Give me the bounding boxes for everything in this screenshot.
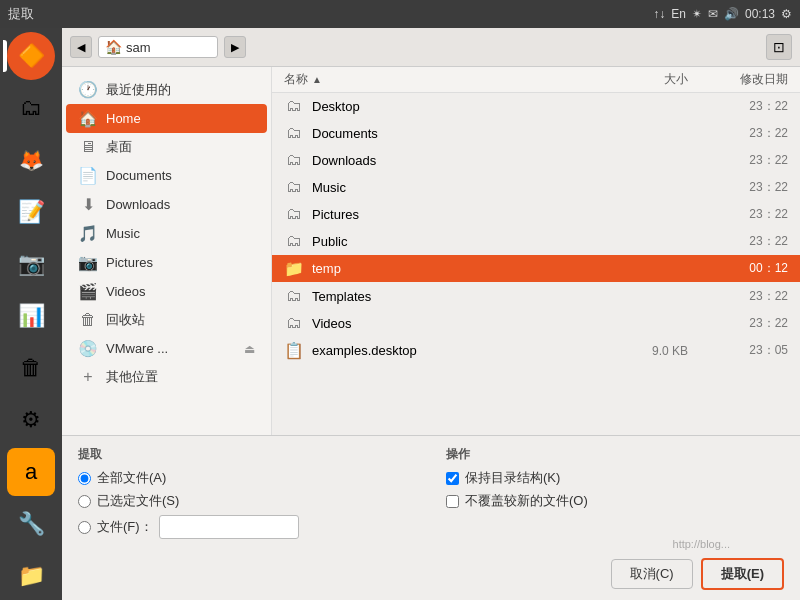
file-area: 名称 ▲ 大小 修改日期 🗂 Desktop [272,67,800,435]
column-name-header[interactable]: 名称 ▲ [284,71,608,88]
file-date: 23：22 [688,152,788,169]
window-title: 提取 [8,5,34,23]
ubuntu-button[interactable]: 🔶 [7,32,55,80]
sidebar-item-trash[interactable]: 🗑 回收站 [66,306,267,334]
radio-files: 文件(F)： [78,515,416,539]
sidebar-item-vmware[interactable]: 💿 VMware ... ⏏ [66,334,267,363]
folder-icon: 🗂 [284,205,304,223]
file-name: temp [312,261,608,276]
no-overwrite-label: 不覆盖较新的文件(O) [465,492,588,510]
sidebar-item-documents[interactable]: 📄 Documents [66,161,267,190]
system-settings-button[interactable]: ⚙ [7,396,55,444]
open-in-new-button[interactable]: ⊡ [766,34,792,60]
sidebar-label-pictures: Pictures [106,255,153,270]
archive-manager-button[interactable]: 📁 [7,552,55,600]
sidebar-item-music[interactable]: 🎵 Music [66,219,267,248]
tools-button[interactable]: 🔧 [7,500,55,548]
recent-icon: 🕐 [78,80,98,99]
operation-section: 操作 保持目录结构(K) 不覆盖较新的文件(O) [446,446,784,544]
folder-icon: 🗂 [284,314,304,332]
folder-icon: 🗂 [284,151,304,169]
file-row[interactable]: 🗂 Documents 23：22 [272,120,800,147]
radio-all-input[interactable] [78,472,91,485]
keyboard-indicator: ↑↓ [653,7,665,21]
amazon-button[interactable]: a [7,448,55,496]
file-row[interactable]: 🗂 Public 23：22 [272,228,800,255]
sidebar-label-home: Home [106,111,141,126]
file-date: 23：22 [688,125,788,142]
keep-structure-label: 保持目录结构(K) [465,469,560,487]
extract-section: 提取 全部文件(A) 已选定文件(S) 文件(F)： [78,446,416,544]
file-name: Desktop [312,99,608,114]
sidebar-label-downloads: Downloads [106,197,170,212]
settings-icon[interactable]: ⚙ [781,7,792,21]
videos-icon: 🎬 [78,282,98,301]
files-text-input[interactable] [159,515,299,539]
sidebar-item-pictures[interactable]: 📷 Pictures [66,248,267,277]
file-date: 23：22 [688,315,788,332]
volume-icon: 🔊 [724,7,739,21]
sidebar-item-home[interactable]: 🏠 Home [66,104,267,133]
trash-button[interactable]: 🗑 [7,344,55,392]
column-date-label: 修改日期 [740,72,788,86]
documents-icon: 📄 [78,166,98,185]
sidebar: 🕐 最近使用的 🏠 Home 🖥 桌面 📄 Documents ⬇ [62,67,272,435]
sidebar-item-videos[interactable]: 🎬 Videos [66,277,267,306]
radio-selected-input[interactable] [78,495,91,508]
home-icon: 🏠 [105,39,122,55]
sidebar-item-downloads[interactable]: ⬇ Downloads [66,190,267,219]
pictures-icon: 📷 [78,253,98,272]
bottom-panel: 提取 全部文件(A) 已选定文件(S) 文件(F)： [62,435,800,600]
forward-button[interactable]: ▶ [224,36,246,58]
file-list-header: 名称 ▲ 大小 修改日期 [272,67,800,93]
sidebar-label-trash: 回收站 [106,311,145,329]
radio-files-label: 文件(F)： [97,518,153,536]
no-overwrite-checkbox[interactable] [446,495,459,508]
sidebar-item-other[interactable]: + 其他位置 [66,363,267,391]
file-date: 23：22 [688,179,788,196]
bottom-sections: 提取 全部文件(A) 已选定文件(S) 文件(F)： [78,446,784,544]
sidebar-label-recent: 最近使用的 [106,81,171,99]
cancel-button[interactable]: 取消(C) [611,559,693,589]
sidebar-item-desktop[interactable]: 🖥 桌面 [66,133,267,161]
file-row[interactable]: 📋 examples.desktop 9.0 KB 23：05 [272,337,800,365]
dialog-body: 🕐 最近使用的 🏠 Home 🖥 桌面 📄 Documents ⬇ [62,67,800,435]
breadcrumb-text: sam [126,40,151,55]
system-tray: ↑↓ En ✴ ✉ 🔊 00:13 ⚙ [653,7,792,21]
time-display: 00:13 [745,7,775,21]
file-row[interactable]: 🗂 Templates 23：22 [272,283,800,310]
column-date-header: 修改日期 [688,71,788,88]
firefox-button[interactable]: 🦊 [7,136,55,184]
sidebar-label-desktop: 桌面 [106,138,132,156]
radio-selected-label: 已选定文件(S) [97,492,179,510]
file-row[interactable]: 🗂 Desktop 23：22 [272,93,800,120]
other-icon: + [78,368,98,386]
file-row[interactable]: 🗂 Music 23：22 [272,174,800,201]
file-row[interactable]: 🗂 Pictures 23：22 [272,201,800,228]
folder-icon: 🗂 [284,97,304,115]
eject-icon[interactable]: ⏏ [244,342,255,356]
calc-button[interactable]: 📊 [7,292,55,340]
file-name: Videos [312,316,608,331]
mail-icon: ✉ [708,7,718,21]
writer-button[interactable]: 📝 [7,188,55,236]
extract-button[interactable]: 提取(E) [701,558,784,590]
camera-button[interactable]: 📷 [7,240,55,288]
operation-section-title: 操作 [446,446,784,463]
file-row-selected[interactable]: 📁 temp 00：12 [272,255,800,283]
files-button[interactable]: 🗂 [7,84,55,132]
back-button[interactable]: ◀ [70,36,92,58]
taskbar: 🔶 🗂 🦊 📝 📷 📊 🗑 ⚙ a 🔧 📁 [0,28,62,600]
radio-files-input[interactable] [78,521,91,534]
file-row[interactable]: 🗂 Videos 23：22 [272,310,800,337]
folder-icon: 🗂 [284,232,304,250]
sidebar-label-documents: Documents [106,168,172,183]
keep-structure-checkbox[interactable] [446,472,459,485]
extract-section-title: 提取 [78,446,416,463]
sidebar-item-recent[interactable]: 🕐 最近使用的 [66,75,267,104]
sidebar-label-music: Music [106,226,140,241]
sidebar-label-vmware: VMware ... [106,341,168,356]
file-date: 23：22 [688,233,788,250]
file-row[interactable]: 🗂 Downloads 23：22 [272,147,800,174]
folder-icon: 🗂 [284,178,304,196]
